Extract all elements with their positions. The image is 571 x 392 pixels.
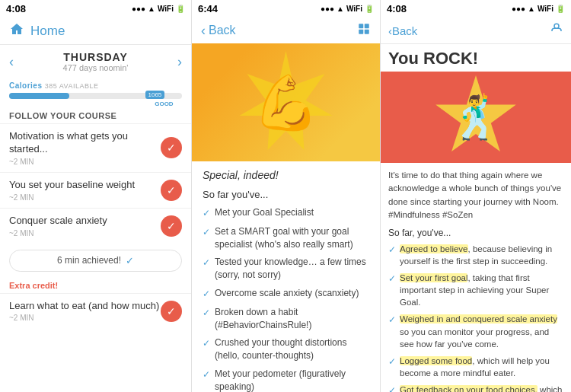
right-check-icon-3: ✓ [388,355,396,368]
course-item-2-time: ~2 MIN [9,193,161,202]
extra-credit-label: Extra credit! [0,278,191,293]
right-highlight-3: Logged some food [400,356,472,365]
mid-content: Special, indeed! So far you've... ✓ Met … [192,161,380,392]
mid-list-text-0: Met your Goal Specialist [215,206,314,219]
right-content: It's time to do that thing again where w… [381,163,571,392]
right-hero-image: 🕺 [381,72,571,163]
course-item-2-check: ✓ [161,180,182,201]
calories-bar-fill [9,93,69,99]
calories-available: 385 AVAILABLE [45,82,99,90]
status-bar-mid: 6:44 ●●● ▲ WiFi 🔋 [192,0,380,18]
svg-rect-2 [359,30,363,34]
mid-list-item-4: ✓ Broken down a habit (#BehaviorChainsRu… [203,306,369,332]
calories-label: Calories 385 AVAILABLE [9,81,182,90]
mid-panel: 6:44 ●●● ▲ WiFi 🔋 ‹ Back 💪 Sp [192,0,381,392]
mid-list-text-6: Met your pedometer (figuratively speakin… [215,368,369,392]
course-item-1-time: ~2 MIN [9,158,161,166]
achievement-badge: 6 min achieved! ✓ [9,250,182,272]
course-item-2[interactable]: You set your baseline weight ~2 MIN ✓ [0,172,191,208]
home-icon [9,22,24,40]
left-panel: 4:08 ●●● ▲ WiFi 🔋 Home ‹ THURSDAY 477 da… [0,0,192,392]
achievement-check-icon: ✓ [126,255,134,266]
right-list-item-2: ✓ Weighed in and conquered scale anxiety… [388,313,563,349]
next-day-button[interactable]: › [177,54,182,70]
mid-check-icon-6: ✓ [203,368,210,381]
right-list-item-0: ✓ Agreed to believe, because believing i… [388,243,563,267]
course-label: FOLLOW YOUR COURSE [0,105,191,123]
right-highlight-0: Agreed to believe [400,244,468,253]
course-item-1[interactable]: Motivation is what gets you started... ~… [0,123,191,172]
mid-check-icon-2: ✓ [203,257,210,269]
status-icons-right: ●●● ▲ WiFi 🔋 [512,5,565,13]
course-item-3-check: ✓ [161,215,182,237]
extra-item-1-time: ~2 MIN [9,314,161,322]
mid-sofar-text: So far you've... [203,189,369,200]
calories-bar: 1065 GOOD [9,93,182,99]
mid-check-icon-3: ✓ [203,288,210,301]
mid-list-item-1: ✓ Set a SMART goal with your goal specia… [203,225,369,251]
mid-hero-image: 💪 [192,43,380,161]
mid-check-icon-5: ✓ [203,337,210,350]
course-item-2-title: You set your baseline weight [9,179,161,192]
course-item-1-title: Motivation is what gets you started... [9,130,161,156]
mid-header-right-icon [357,22,371,39]
right-list-item-1: ✓ Set your first goal, taking that first… [388,272,563,308]
day-info: THURSDAY 477 days noomin' [14,51,177,72]
mid-back-label: Back [209,24,236,37]
status-icons-mid: ●●● ▲ WiFi 🔋 [321,5,374,13]
mid-hero-figure: 💪 [253,76,319,129]
mid-check-icon-1: ✓ [203,226,210,239]
you-rock-title: You ROCK! [381,44,571,72]
time-right: 4:08 [387,3,407,14]
time-mid: 6:44 [198,3,218,14]
mid-list-item-6: ✓ Met your pedometer (figuratively speak… [203,368,369,392]
right-header-icon [550,22,563,39]
calories-good: GOOD [155,100,173,107]
mid-back-header[interactable]: ‹ Back [192,18,380,43]
mid-list-text-3: Overcome scale anxiety (scanxiety) [215,287,359,300]
extra-item-1[interactable]: Learn what to eat (and how much) ~2 MIN … [0,293,191,329]
right-hero-figure: 🕺 [450,93,502,142]
mid-list-text-5: Crushed your thought distortions (hello,… [215,336,369,362]
right-check-icon-4: ✓ [388,384,396,392]
right-highlight-1: Set your first goal [400,273,467,282]
mid-list-text-2: Tested your knowledge… a few times (sorr… [215,256,369,282]
right-highlight-2: Weighed in and conquered scale anxiety [400,314,557,323]
course-item-3-title: Conquer scale anxiety [9,215,161,228]
right-header: ‹ Back [381,18,571,44]
course-item-1-check: ✓ [161,137,182,158]
mid-list-text-1: Set a SMART goal with your goal speciali… [215,225,369,251]
mid-list-item-5: ✓ Crushed your thought distortions (hell… [203,336,369,362]
status-bar-left: 4:08 ●●● ▲ WiFi 🔋 [0,0,191,18]
right-highlight-4: Got feedback on your food choices, [400,385,538,392]
right-panel: 4:08 ●●● ▲ WiFi 🔋 ‹ Back You ROCK! 🕺 It'… [381,0,571,392]
mid-special-text: Special, indeed! [203,169,369,181]
mid-list-item-3: ✓ Overcome scale anxiety (scanxiety) [203,287,369,301]
calories-marker: 1065 [145,91,165,99]
right-check-icon-1: ✓ [388,272,396,285]
mid-list-text-4: Broken down a habit (#BehaviorChainsRule… [215,306,369,332]
mid-check-icon-4: ✓ [203,307,210,320]
mid-back-arrow-icon: ‹ [201,23,206,39]
achievement-text: 6 min achieved! [57,255,121,266]
home-title: Home [30,24,65,39]
extra-item-1-title: Learn what to eat (and how much) [9,300,161,313]
mid-check-icon-0: ✓ [203,207,210,220]
right-list-item-4: ✓ Got feedback on your food choices, whi… [388,384,563,392]
day-nav: ‹ THURSDAY 477 days noomin' › [0,45,191,78]
svg-rect-1 [365,24,369,28]
right-list-item-3: ✓ Logged some food, which will help you … [388,355,563,379]
course-item-3[interactable]: Conquer scale anxiety ~2 MIN ✓ [0,208,191,244]
right-intro-text: It's time to do that thing again where w… [388,169,563,221]
mid-list-item-0: ✓ Met your Goal Specialist [203,206,369,220]
right-back-label: Back [392,24,417,37]
right-check-icon-0: ✓ [388,244,396,256]
day-sub: 477 days noomin' [14,63,177,72]
right-check-icon-2: ✓ [388,314,396,326]
left-header: Home [0,18,191,45]
extra-item-1-check: ✓ [161,301,182,322]
right-back-button[interactable]: ‹ Back [388,24,417,37]
status-icons-left: ●●● ▲ WiFi 🔋 [132,5,185,13]
right-sofar-text: So far, you've... [388,228,563,238]
svg-rect-0 [359,24,363,28]
